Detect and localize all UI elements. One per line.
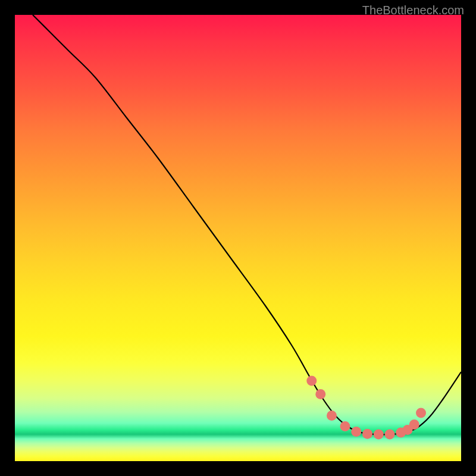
bottleneck-curve <box>33 15 461 434</box>
curve-marker <box>327 411 337 421</box>
curve-marker <box>315 389 325 399</box>
attribution-text: TheBottleneck.com <box>362 4 464 17</box>
curve-marker <box>385 430 395 440</box>
curve-marker <box>340 421 350 431</box>
curve-marker <box>409 419 419 430</box>
curve-marker <box>351 427 361 437</box>
curve-marker <box>416 408 426 418</box>
curve-marker <box>306 376 317 386</box>
curve-marker <box>374 430 384 440</box>
plot-area <box>15 15 461 461</box>
curve-marker <box>362 429 372 439</box>
markers-group <box>306 376 426 440</box>
chart-svg <box>15 15 461 461</box>
